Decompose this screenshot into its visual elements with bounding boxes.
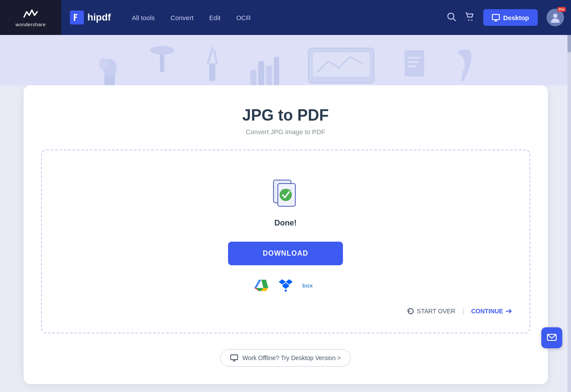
svg-rect-26 — [408, 57, 421, 59]
svg-rect-7 — [492, 14, 499, 20]
hero-lamp-icon — [149, 46, 175, 85]
hipdf-brand[interactable]: hipdf — [70, 10, 111, 24]
cart-button[interactable] — [465, 12, 474, 24]
hero-feather-icon — [453, 46, 474, 85]
scrollbar[interactable] — [568, 0, 571, 392]
desktop-promo: Work Offline? Try Desktop Version > — [41, 349, 530, 367]
svg-marker-37 — [261, 280, 268, 288]
hero-barchart-icon — [249, 46, 280, 85]
start-over-label: START OVER — [417, 308, 455, 315]
dropbox-icon[interactable] — [278, 278, 294, 293]
continue-label: CONTINUE — [471, 308, 503, 315]
svg-line-18 — [215, 50, 217, 63]
desktop-btn-label: Desktop — [503, 14, 529, 21]
svg-text:box: box — [302, 282, 313, 289]
svg-rect-27 — [408, 61, 419, 63]
main-card: JPG to PDF Convert JPG image to PDF — [24, 85, 548, 384]
google-drive-icon[interactable] — [253, 278, 269, 293]
message-fab[interactable] — [541, 327, 562, 348]
nav-ocr[interactable]: OCR — [236, 14, 251, 21]
hero-monitor-icon — [306, 46, 376, 85]
done-label: Done! — [274, 219, 297, 228]
svg-rect-20 — [258, 61, 264, 85]
svg-rect-24 — [313, 52, 370, 76]
svg-point-15 — [150, 46, 174, 55]
continue-button[interactable]: CONTINUE — [471, 308, 512, 315]
svg-rect-21 — [266, 66, 272, 85]
hero-document-icon — [402, 46, 426, 85]
svg-point-35 — [280, 189, 292, 201]
svg-rect-22 — [274, 57, 279, 85]
svg-marker-44 — [282, 284, 289, 289]
svg-rect-1 — [74, 14, 77, 15]
svg-rect-2 — [74, 17, 77, 18]
svg-point-5 — [468, 19, 469, 21]
cloud-icons: box — [253, 278, 318, 293]
start-over-button[interactable]: START OVER — [407, 308, 455, 315]
svg-point-45 — [284, 290, 287, 292]
nav-convert[interactable]: Convert — [170, 14, 194, 21]
page-subtitle: Convert JPG image to PDF — [41, 128, 530, 135]
hero-plant-icon — [97, 46, 123, 85]
svg-rect-25 — [405, 50, 424, 76]
svg-line-4 — [453, 18, 456, 21]
nav-all-tools[interactable]: All tools — [132, 14, 155, 21]
nav-links: All tools Convert Edit OCR — [132, 14, 251, 21]
pro-badge: Pro — [557, 7, 566, 12]
wondershare-label: wondershare — [15, 22, 45, 27]
svg-point-13 — [99, 58, 108, 70]
desktop-promo-link[interactable]: Work Offline? Try Desktop Version > — [220, 349, 351, 367]
svg-point-6 — [471, 19, 472, 21]
page-title: JPG to PDF — [41, 106, 530, 125]
nav-right: Desktop Pro — [446, 9, 571, 26]
svg-rect-16 — [209, 63, 215, 81]
hero-icons — [97, 46, 474, 85]
svg-rect-28 — [408, 66, 416, 67]
svg-marker-36 — [254, 280, 261, 288]
hipdf-f-logo — [70, 10, 84, 24]
hero-pencil-icon — [201, 46, 223, 85]
hero-background — [0, 35, 571, 85]
svg-line-17 — [208, 48, 212, 63]
wondershare-logo[interactable]: wondershare — [0, 0, 61, 35]
done-icon-wrap — [268, 177, 303, 212]
nav-edit[interactable]: Edit — [209, 14, 221, 21]
avatar-wrap[interactable]: Pro — [547, 9, 564, 26]
box-icon[interactable]: box — [302, 278, 318, 293]
search-button[interactable] — [446, 12, 456, 24]
main-content: JPG to PDF Convert JPG image to PDF — [0, 85, 571, 392]
navbar: wondershare hipdf All tools Convert Edit… — [0, 0, 571, 35]
bottom-actions: START OVER | CONTINUE — [59, 307, 512, 315]
svg-point-3 — [448, 13, 454, 19]
svg-point-10 — [553, 14, 557, 18]
done-file-icon — [268, 177, 303, 212]
desktop-promo-text: Work Offline? Try Desktop Version > — [242, 354, 341, 361]
download-button[interactable]: DOWNLOAD — [228, 242, 343, 265]
svg-rect-19 — [250, 70, 256, 85]
svg-rect-48 — [231, 355, 238, 360]
upload-area: Done! DOWNLOAD — [41, 149, 530, 333]
desktop-button[interactable]: Desktop — [483, 9, 538, 26]
separator: | — [462, 307, 464, 315]
hipdf-name: hipdf — [87, 12, 111, 23]
